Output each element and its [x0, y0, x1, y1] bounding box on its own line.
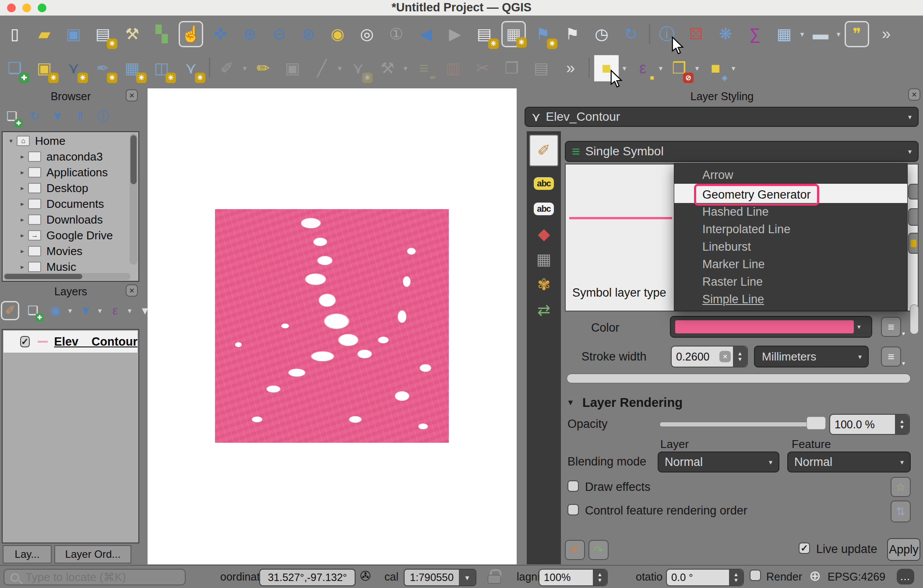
show-properties-button[interactable]: ⓘ	[94, 107, 112, 126]
new-spatial-bookmark-button[interactable]: ⚑✳	[531, 21, 555, 47]
expander-icon[interactable]: ▾	[5, 137, 17, 145]
filter-by-expression-dropdown[interactable]	[126, 306, 133, 315]
zoom-last-button[interactable]: ◀	[413, 21, 438, 47]
zoom-next-button[interactable]: ▶	[443, 21, 467, 47]
opacity-spinbox[interactable]: 100.0 %	[829, 414, 910, 435]
filter-legend-dropdown[interactable]	[96, 306, 103, 315]
menu-item-lineburst[interactable]: Lineburst	[674, 238, 907, 256]
browser-item-home[interactable]: ▾⌂Home	[3, 133, 138, 149]
zoom-window-button[interactable]	[38, 4, 46, 12]
expander-icon[interactable]: ▸	[17, 153, 28, 161]
locate-input[interactable]	[25, 570, 183, 584]
show-layout-manager-button[interactable]: ⚒	[120, 21, 144, 47]
rendering-order-options-button[interactable]: ⇅	[891, 500, 911, 522]
current-edits-dropdown[interactable]	[241, 64, 248, 73]
browser-item-documents[interactable]: ▸Documents	[3, 196, 138, 212]
stroke-unit-combo[interactable]: Millimeters	[754, 346, 869, 368]
statistical-summary-button[interactable]: ∑	[743, 21, 767, 47]
attribute-table-dropdown[interactable]	[799, 30, 806, 39]
expander-icon[interactable]: ▸	[17, 247, 28, 255]
browser-item-google-drive[interactable]: ▸→Google Drive	[3, 228, 138, 243]
browser-item-music[interactable]: ▸Music	[3, 259, 138, 275]
renderer-combo[interactable]: ≡ Single Symbol	[565, 141, 919, 162]
zoom-to-layer-button[interactable]: ◎	[355, 21, 379, 47]
current-edits-button[interactable]: ✐	[215, 55, 239, 81]
render-checkbox[interactable]	[750, 570, 761, 581]
select-features-by-expression-dropdown[interactable]	[657, 64, 664, 73]
expander-icon[interactable]: ▸	[17, 231, 28, 239]
browser-vertical-scrollbar[interactable]	[130, 133, 137, 265]
undo-button[interactable]: ↶	[565, 540, 585, 560]
project-open-button[interactable]: ▰	[32, 21, 56, 47]
magnifier-spinbox[interactable]: 100%	[539, 569, 608, 586]
stroke-data-defined-button[interactable]: ≡	[881, 346, 901, 367]
new-3d-map-view-button[interactable]: ▦✳	[501, 21, 526, 47]
modify-attributes-button[interactable]: ≡✏	[412, 55, 436, 81]
symbol-tree-scrollbar[interactable]	[910, 304, 919, 334]
delete-selected-button[interactable]: ▥	[441, 55, 465, 81]
locate-search-box[interactable]	[4, 569, 186, 585]
menu-item-raster-line[interactable]: Raster Line	[674, 273, 907, 290]
paste-features-button[interactable]: ▤	[529, 55, 553, 81]
redo-button[interactable]: ↷	[588, 540, 609, 560]
add-group-button[interactable]: ❏✚	[24, 301, 42, 320]
color-data-defined-button[interactable]: ≡	[881, 317, 901, 337]
feature-blend-combo[interactable]: Normal	[787, 452, 911, 472]
expander-icon[interactable]: ▸	[17, 263, 28, 271]
tab-layer-order[interactable]: Layer Ord...	[54, 545, 131, 564]
add-line-feature-button[interactable]: ╱	[310, 55, 334, 81]
select-features-by-value-button[interactable]: ⚄	[684, 21, 708, 47]
symbol-add-button[interactable]	[908, 184, 919, 200]
collapse-triangle-icon[interactable]: ▼	[567, 398, 574, 407]
select-features-by-expression-button[interactable]: ε■	[631, 55, 655, 81]
symbology-tab[interactable]: ✐	[529, 135, 558, 166]
3d-view-tab[interactable]: ◆	[531, 221, 557, 247]
undo-redo-history-tab[interactable]: ⇄	[531, 298, 557, 323]
minimize-window-button[interactable]	[22, 4, 31, 12]
identify-features-button[interactable]: ⓘ	[655, 21, 679, 47]
browser-item-applications[interactable]: ▸Applications	[3, 164, 138, 180]
coordinate-extent-toggle-icon[interactable]: ✇	[360, 568, 371, 584]
scale-combo[interactable]: 1:790550 ▼	[404, 569, 476, 586]
browser-item-anaconda3[interactable]: ▸anaconda3	[3, 149, 138, 164]
select-features-by-area-button[interactable]: ■	[594, 55, 619, 81]
symbol-remove-button[interactable]	[908, 208, 919, 226]
rotation-stepper[interactable]	[729, 570, 743, 585]
measure-button[interactable]: ▬	[808, 21, 833, 47]
draw-effects-checkbox[interactable]	[567, 480, 579, 492]
menu-item-simple-line[interactable]: Simple Line	[674, 290, 907, 308]
layer-visibility-checkbox[interactable]	[20, 336, 30, 347]
tab-layers[interactable]: Lay...	[3, 545, 52, 564]
new-print-layout-button[interactable]: ▤✳	[91, 21, 115, 47]
temporal-controller-button[interactable]: ◷	[589, 21, 614, 47]
options-button[interactable]: ❋	[713, 21, 738, 47]
browser-close-icon[interactable]	[126, 89, 138, 102]
apply-button[interactable]: Apply	[887, 538, 920, 561]
new-virtual-layer-button[interactable]: ◫✳	[149, 55, 174, 81]
pan-to-selection-button[interactable]: ✜	[208, 21, 233, 47]
save-layer-edits-button[interactable]: ▣	[280, 55, 305, 81]
menu-item-arrow[interactable]: Arrow	[674, 166, 907, 184]
attribute-table-button[interactable]: ▦	[772, 21, 796, 47]
new-shapefile-layer-button[interactable]: ⋎✳	[61, 55, 86, 81]
manage-map-themes-button[interactable]: ◉	[46, 301, 65, 320]
masks-tab[interactable]: abc	[531, 196, 557, 221]
style-history-tab[interactable]: ✾	[531, 272, 557, 298]
menu-item-hashed-line[interactable]: Hashed Line	[674, 203, 907, 220]
zoom-in-button[interactable]: ⊕	[237, 21, 262, 47]
browser-item-desktop[interactable]: ▸Desktop	[3, 180, 138, 196]
layer-selector-combo[interactable]: ⋎ Elev_Contour	[525, 107, 919, 127]
clear-value-icon[interactable]: ✕	[719, 351, 731, 362]
live-update-checkbox[interactable]	[799, 542, 810, 554]
zoom-full-extent-button[interactable]: ⊛	[296, 21, 321, 47]
select-by-form-dropdown[interactable]	[730, 64, 737, 73]
pan-map-button[interactable]: ☝	[179, 21, 203, 47]
menu-item-geometry-generator[interactable]: Geometry Generator	[674, 184, 907, 203]
add-selected-layers-button[interactable]: ❏✚	[3, 107, 21, 126]
map-canvas[interactable]	[148, 88, 517, 564]
add-line-feature-dropdown[interactable]	[336, 64, 343, 73]
zoom-native-button[interactable]: ①	[384, 21, 409, 47]
toggle-editing-button[interactable]: ✏	[251, 55, 275, 81]
opacity-slider-track[interactable]	[659, 422, 826, 427]
opacity-slider-handle[interactable]	[807, 416, 826, 430]
